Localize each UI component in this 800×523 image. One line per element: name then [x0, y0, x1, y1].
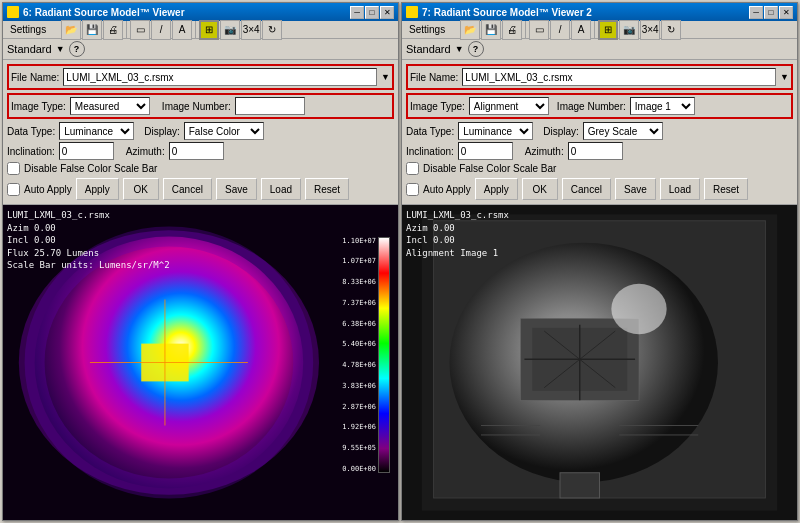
load-btn-2[interactable]: Load: [660, 178, 700, 200]
image-type-row-2: Image Type: Alignment Image Number: Imag…: [406, 93, 793, 119]
cb-label-6: 4.78E+06: [342, 361, 376, 369]
info-file-2: LUMI_LXML_03_c.rsmx: [406, 209, 509, 222]
help-btn-1[interactable]: ?: [69, 41, 85, 57]
cancel-btn-2[interactable]: Cancel: [562, 178, 611, 200]
tb-icon-line-1[interactable]: /: [151, 20, 171, 40]
image-info-2: LUMI_LXML_03_c.rsmx Azim 0.00 Incl 0.00 …: [406, 209, 509, 259]
image-info-1: LUMI_LXML_03_c.rsmx Azim 0.00 Incl 0.00 …: [7, 209, 170, 272]
image-type-label-2: Image Type:: [410, 101, 465, 112]
menu-settings-1[interactable]: Settings: [7, 23, 49, 36]
window-title-1: 6: Radiant Source Model™ Viewer: [23, 7, 185, 18]
tb-icon-grid-2[interactable]: ⊞: [598, 20, 618, 40]
image-number-label-2: Image Number:: [557, 101, 626, 112]
reset-btn-1[interactable]: Reset: [305, 178, 349, 200]
image-type-label-1: Image Type:: [11, 101, 66, 112]
inclination-input-1[interactable]: [59, 142, 114, 160]
tb-icon-text-2[interactable]: A: [571, 20, 591, 40]
title-bar-2: 7: Radiant Source Model™ Viewer 2 ─ □ ✕: [402, 3, 797, 21]
image-number-select-2[interactable]: Image 1: [630, 97, 695, 115]
tb-icon-print-2[interactable]: 🖨: [502, 20, 522, 40]
azimuth-input-1[interactable]: [169, 142, 224, 160]
ok-btn-2[interactable]: OK: [522, 178, 558, 200]
apply-btn-2[interactable]: Apply: [475, 178, 518, 200]
inclination-label-1: Inclination:: [7, 146, 55, 157]
cb-label-10: 9.55E+05: [342, 444, 376, 452]
ok-btn-1[interactable]: OK: [123, 178, 159, 200]
incl-azim-row-2: Inclination: Azimuth:: [406, 142, 793, 160]
minimize-btn-2[interactable]: ─: [749, 6, 763, 19]
azimuth-input-2[interactable]: [568, 142, 623, 160]
tb-icon-grid-1[interactable]: ⊞: [199, 20, 219, 40]
image-type-select-1[interactable]: Measured: [70, 97, 150, 115]
display-select-2[interactable]: Grey Scale: [583, 122, 663, 140]
sep-1: [126, 21, 127, 39]
tb-icon-refresh-1[interactable]: ↻: [262, 20, 282, 40]
tb-icon-3x4-2[interactable]: 3×4: [640, 20, 660, 40]
image-type-row-1: Image Type: Measured Image Number:: [7, 93, 394, 119]
standard-bar-1: Standard ▼ ?: [3, 39, 398, 60]
inclination-input-2[interactable]: [458, 142, 513, 160]
tb-icon-print-1[interactable]: 🖨: [103, 20, 123, 40]
cb-label-4: 6.38E+06: [342, 320, 376, 328]
display-select-1[interactable]: False Color: [184, 122, 264, 140]
image-number-input-1[interactable]: [235, 97, 305, 115]
cb-label-8: 2.87E+06: [342, 403, 376, 411]
cb-label-3: 7.37E+06: [342, 299, 376, 307]
window-title-2: 7: Radiant Source Model™ Viewer 2: [422, 7, 592, 18]
tb-icon-line-2[interactable]: /: [550, 20, 570, 40]
tb-icon-text-1[interactable]: A: [172, 20, 192, 40]
tb-icon-open-2[interactable]: 📂: [460, 20, 480, 40]
image-type-select-2[interactable]: Alignment: [469, 97, 549, 115]
tb-icon-3x4-1[interactable]: 3×4: [241, 20, 261, 40]
data-type-select-2[interactable]: Luminance: [458, 122, 533, 140]
save-btn-2[interactable]: Save: [615, 178, 656, 200]
info-azim-1: Azim 0.00: [7, 222, 170, 235]
image-number-label-1: Image Number:: [162, 101, 231, 112]
menu-settings-2[interactable]: Settings: [406, 23, 448, 36]
file-name-row-2: File Name: ▼: [406, 64, 793, 90]
apply-btn-1[interactable]: Apply: [76, 178, 119, 200]
reset-btn-2[interactable]: Reset: [704, 178, 748, 200]
tb-icon-save-1[interactable]: 💾: [82, 20, 102, 40]
auto-apply-label-2: Auto Apply: [423, 184, 471, 195]
disable-checkbox-1[interactable]: [7, 162, 20, 175]
svg-rect-18: [560, 473, 600, 498]
help-btn-2[interactable]: ?: [468, 41, 484, 57]
azimuth-label-2: Azimuth:: [525, 146, 564, 157]
file-name-dropdown-2[interactable]: ▼: [780, 72, 789, 82]
load-btn-1[interactable]: Load: [261, 178, 301, 200]
tb-icon-camera-1[interactable]: 📷: [220, 20, 240, 40]
tb-icon-open-1[interactable]: 📂: [61, 20, 81, 40]
file-name-input-2[interactable]: [462, 68, 776, 86]
file-name-label-1: File Name:: [11, 72, 59, 83]
minimize-btn-1[interactable]: ─: [350, 6, 364, 19]
disable-checkbox-2[interactable]: [406, 162, 419, 175]
title-bar-1: 6: Radiant Source Model™ Viewer ─ □ ✕: [3, 3, 398, 21]
data-type-select-1[interactable]: Luminance: [59, 122, 134, 140]
file-name-input-1[interactable]: [63, 68, 377, 86]
maximize-btn-1[interactable]: □: [365, 6, 379, 19]
cb-label-2: 8.33E+06: [342, 278, 376, 286]
cancel-btn-1[interactable]: Cancel: [163, 178, 212, 200]
file-name-row-1: File Name: ▼: [7, 64, 394, 90]
auto-apply-checkbox-2[interactable]: [406, 183, 419, 196]
tb-icon-rect-2[interactable]: ▭: [529, 20, 549, 40]
info-incl-2: Incl 0.00: [406, 234, 509, 247]
tb-icon-refresh-2[interactable]: ↻: [661, 20, 681, 40]
file-name-dropdown-1[interactable]: ▼: [381, 72, 390, 82]
disable-label-2: Disable False Color Scale Bar: [423, 163, 556, 174]
menu-bar-1: Settings 📂 💾 🖨 ▭ / A ⊞ 📷 3×4 ↻: [3, 21, 398, 39]
tb-icon-save-2[interactable]: 💾: [481, 20, 501, 40]
window-2: 7: Radiant Source Model™ Viewer 2 ─ □ ✕ …: [401, 2, 798, 521]
standard-label-2: Standard: [406, 43, 451, 55]
tb-icon-rect-1[interactable]: ▭: [130, 20, 150, 40]
close-btn-2[interactable]: ✕: [779, 6, 793, 19]
close-btn-1[interactable]: ✕: [380, 6, 394, 19]
inclination-label-2: Inclination:: [406, 146, 454, 157]
cb-label-7: 3.83E+06: [342, 382, 376, 390]
maximize-btn-2[interactable]: □: [764, 6, 778, 19]
window-1: 6: Radiant Source Model™ Viewer ─ □ ✕ Se…: [2, 2, 399, 521]
save-btn-1[interactable]: Save: [216, 178, 257, 200]
tb-icon-camera-2[interactable]: 📷: [619, 20, 639, 40]
auto-apply-checkbox-1[interactable]: [7, 183, 20, 196]
